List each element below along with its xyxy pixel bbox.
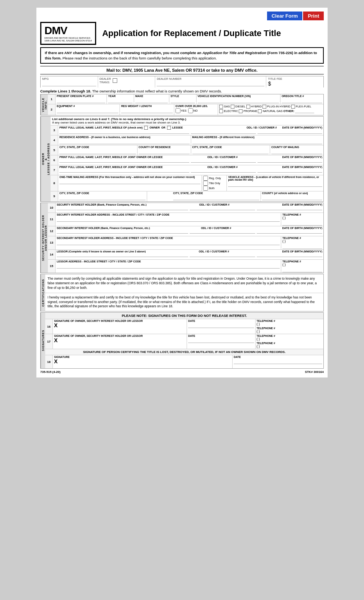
row11-addr: SECURITY INTEREST HOLDER ADDRESS - INCLU… (56, 213, 281, 226)
row18-sig: SIGNATURE X (53, 355, 233, 368)
year-input[interactable] (108, 98, 133, 103)
row5-mail-city-input[interactable] (192, 149, 269, 154)
flex-checkbox-box[interactable] (291, 105, 295, 109)
mpg-input[interactable] (42, 81, 96, 86)
row8-onetimeaddr: ONE-TIME MAILING ADDRESS (For this trans… (58, 175, 202, 191)
row14-dob-input[interactable] (257, 253, 322, 257)
row10-odl-input[interactable] (190, 206, 255, 210)
vin-input[interactable] (198, 98, 279, 103)
row17-tel-label: TELEPHONE # (257, 335, 323, 337)
natgas-checkbox-box[interactable] (258, 109, 262, 113)
row3-odl-input[interactable] (191, 130, 256, 134)
make-field: MAKE (134, 94, 169, 104)
plate-input[interactable] (57, 98, 105, 103)
owner-checkbox[interactable] (144, 126, 148, 130)
row17-label: SIGNATURE OF OWNER, SECURITY INTEREST HO… (54, 335, 185, 337)
oregon-title-input[interactable] (282, 98, 322, 103)
row3-name-input[interactable] (59, 130, 189, 134)
row4-res-input[interactable] (59, 139, 190, 144)
row10-dob-input[interactable] (257, 206, 322, 210)
row5-county-input[interactable] (139, 149, 190, 154)
notice-box: If there are ANY changes in ownership, a… (40, 47, 324, 64)
reg-only-checkbox[interactable] (203, 176, 208, 181)
plugin-label: PLUG-IN HYBRID (267, 105, 290, 108)
title-only-checkbox[interactable] (203, 181, 208, 186)
equip-input[interactable] (57, 108, 118, 113)
clear-form-button[interactable]: Clear Form (267, 12, 303, 20)
row-num-8: 8 (51, 175, 58, 191)
row9-city2-input[interactable] (173, 195, 259, 200)
row9-county-label: COUNTY (of vehicle address or use) (262, 192, 322, 195)
row13-tel-input[interactable] (282, 244, 322, 249)
row12-odl-input[interactable] (190, 229, 255, 234)
row6-dob-input[interactable] (257, 158, 323, 163)
row13-input[interactable] (57, 240, 280, 245)
row11-tel-input[interactable] (282, 220, 322, 226)
list-note: List additional owners on Lines 6 and 7.… (51, 117, 323, 125)
row16-date-input[interactable] (188, 323, 254, 328)
gas-checkbox-box[interactable] (219, 105, 223, 109)
owner-body: List additional owners on Lines 6 and 7.… (51, 117, 323, 201)
other-input[interactable] (295, 109, 314, 113)
row18-label: SIGNATURE (54, 356, 231, 358)
gvwr-label: GVWR OVER 26,000 LBS. (175, 105, 217, 107)
dealer-checkbox[interactable] (113, 78, 117, 83)
row7-dob-input[interactable] (257, 168, 323, 173)
row15-input[interactable] (57, 263, 280, 269)
vehicle-info-body: 1 PRESENT OREGON PLATE # YEAR MAKE (48, 94, 323, 115)
row12-dob-input[interactable] (257, 229, 322, 234)
row15-tel-input[interactable] (282, 267, 322, 272)
row4-mail-input[interactable] (192, 139, 323, 144)
weight-input[interactable] (121, 108, 172, 113)
make-input[interactable] (135, 98, 168, 103)
owner-row-9: 9 CITY, STATE, ZIP CODE CITY, STATE, ZIP… (51, 191, 323, 201)
year-label: YEAR (108, 95, 133, 97)
row4-mail: MAILING ADDRESS - (If different from res… (191, 135, 324, 145)
plugin-checkbox-box[interactable] (262, 105, 266, 109)
propane-checkbox-box[interactable] (239, 109, 243, 113)
row11-tel-label: TELEPHONE # (282, 213, 322, 216)
dmv-text: DMV (44, 25, 92, 37)
row14-name-input[interactable] (57, 253, 188, 257)
row17-date-input[interactable] (188, 338, 254, 343)
gvwr-yes-checkbox[interactable] (175, 108, 180, 113)
hybrid-checkbox-box[interactable] (246, 105, 250, 109)
lessee-checkbox[interactable] (167, 126, 171, 130)
row9-city1: CITY, STATE, ZIP CODE (58, 191, 147, 201)
row7-name-input[interactable] (59, 168, 189, 173)
row9-county-input[interactable] (262, 195, 322, 200)
row11-input[interactable] (57, 216, 280, 222)
diesel-checkbox-box[interactable] (231, 105, 234, 109)
row6-name-input[interactable] (59, 158, 189, 163)
row18-date-input[interactable] (234, 359, 322, 364)
dealer-num-input[interactable] (157, 81, 264, 86)
both-checkbox[interactable] (203, 186, 208, 191)
owner-row-3: 3 PRINT FULL LEGAL NAME: LAST, FIRST, MI… (51, 125, 323, 135)
row8-addr-input[interactable] (59, 179, 200, 184)
row14-content: LESSOR (Complete only if lessee is shown… (56, 250, 323, 259)
gvwr-no-checkbox[interactable] (188, 108, 193, 113)
row8-vehicle-addr-label: VEHICLE ADDRESS - (Location of vehicle i… (228, 176, 322, 181)
row3-dob-input[interactable] (257, 130, 323, 134)
row12-name-input[interactable] (57, 229, 188, 234)
row10-name-input[interactable] (57, 206, 188, 210)
row6-odl-input[interactable] (191, 158, 256, 163)
row14-odl-input[interactable] (190, 253, 255, 257)
sec-row-13: 13 SECONDARY INTEREST HOLDER ADDRESS - I… (48, 236, 323, 250)
style-input[interactable] (171, 98, 195, 103)
row17-tel-label2: TELEPHONE # (257, 342, 323, 345)
row16-tel-label2: TELEPHONE # (257, 327, 323, 330)
row7-odl-input[interactable] (191, 168, 256, 173)
electric-checkbox-box[interactable] (219, 109, 223, 113)
row5-mail-county-input[interactable] (271, 149, 322, 154)
row8-vehicle-addr-input[interactable] (228, 181, 322, 187)
year-field: YEAR (107, 94, 134, 104)
row17-sig: SIGNATURE OF OWNER, SECURITY INTEREST HO… (53, 334, 187, 349)
row9-city1-input[interactable] (59, 195, 146, 200)
row5-city-input[interactable] (59, 149, 136, 154)
print-button[interactable]: Print (303, 12, 324, 20)
row11-tel: TELEPHONE # ( ) (281, 213, 323, 226)
oregon-title-label: OREGON TITLE # (282, 95, 322, 97)
row7-inputs (59, 168, 322, 173)
gas-item: GAS (219, 105, 230, 109)
